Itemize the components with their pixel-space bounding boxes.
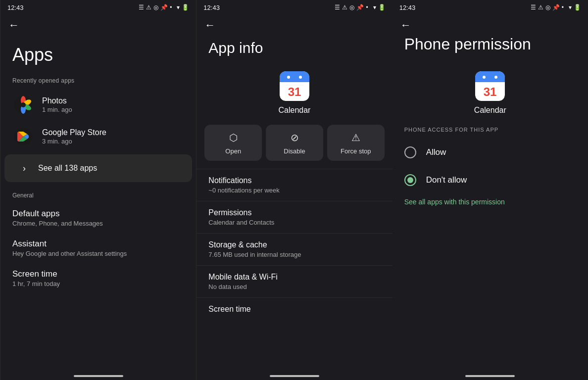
status-time-3: 12:43 (399, 4, 416, 11)
general-label: General (0, 184, 196, 203)
calendar-icon-large: 31 (280, 71, 309, 101)
svg-text:31: 31 (484, 85, 497, 98)
panel-phone-permission: 12:43 ☰ ⚠ ◎ 📌 • ▾ 🔋 ← Phone permission 3… (392, 0, 588, 380)
screen-time-sub: 1 hr, 7 min today (12, 280, 184, 287)
back-button-3[interactable]: ← (400, 19, 411, 32)
dot-icon: • (170, 4, 172, 11)
svg-rect-19 (475, 76, 505, 82)
permissions-section[interactable]: Permissions Calendar and Contacts (196, 201, 392, 233)
play-info: Google Play Store 3 min. ago (42, 128, 184, 145)
app-item-playstore[interactable]: Google Play Store 3 min. ago (0, 121, 196, 152)
app-info-header: 31 Calendar (196, 63, 392, 125)
status-icons-3: ☰ ⚠ ◎ 📌 • ▾ 🔋 (531, 4, 581, 11)
menu-item-default-apps[interactable]: Default apps Chrome, Phone, and Messages (0, 203, 196, 233)
play-sub: 3 min. ago (42, 138, 184, 145)
default-apps-title: Default apps (12, 209, 184, 219)
force-stop-icon: ⚠ (351, 132, 360, 143)
storage-sub: 7.65 MB used in internal storage (208, 251, 380, 258)
screen-time-section[interactable]: Screen time (196, 297, 392, 322)
dont-allow-label: Don't allow (426, 175, 467, 185)
open-button[interactable]: ⬡ Open (204, 125, 262, 161)
screen-time-title: Screen time (12, 269, 184, 279)
back-row-3: ← (392, 14, 588, 35)
cast-icon-2: ◎ (349, 4, 354, 11)
photos-icon (13, 95, 33, 115)
recent-apps-label: Recently opened apps (0, 73, 196, 89)
battery-icon: 🔋 (182, 4, 189, 11)
allow-radio-circle (404, 146, 416, 158)
svg-point-7 (21, 102, 26, 107)
permission-content: Phone permission 31 Calendar PHONE ACCES… (392, 35, 588, 371)
notif-icon-2: ☰ (335, 4, 340, 11)
notifications-section[interactable]: Notifications ~0 notifications per week (196, 169, 392, 201)
permission-header: 31 Calendar (392, 61, 588, 127)
menu-item-screen-time[interactable]: Screen time 1 hr, 7 min today (0, 263, 196, 293)
open-icon: ⬡ (229, 132, 238, 143)
status-bar-1: 12:43 ☰ ⚠ ◎ 📌 • ▾ 🔋 (0, 0, 196, 14)
notification-icon: ☰ (139, 4, 144, 11)
alert-icon: ⚠ (146, 4, 151, 11)
dot-icon-2: • (366, 4, 368, 11)
status-icons-1: ☰ ⚠ ◎ 📌 • ▾ 🔋 (139, 4, 189, 11)
see-all-permission-link[interactable]: See all apps with this permission (392, 194, 588, 210)
status-bar-3: 12:43 ☰ ⚠ ◎ 📌 • ▾ 🔋 (392, 0, 588, 14)
photos-info: Photos 1 min. ago (42, 96, 184, 113)
photos-sub: 1 min. ago (42, 106, 184, 113)
screen-time-section-title: Screen time (208, 305, 380, 314)
battery-icon-3: 🔋 (574, 4, 581, 11)
signal-icon: ◎ (153, 4, 158, 11)
svg-point-14 (287, 76, 290, 79)
calendar-app-name: Calendar (279, 106, 311, 115)
dont-allow-option[interactable]: Don't allow (392, 166, 588, 194)
play-icon-wrap (12, 126, 34, 147)
chevron-right-icon: › (16, 160, 32, 176)
status-time-1: 12:43 (7, 4, 24, 11)
dot-icon-3: • (562, 4, 564, 11)
cast-icon-3: ◎ (545, 4, 550, 11)
permission-page-title: Phone permission (392, 35, 588, 61)
wifi-icon: ▾ (177, 4, 180, 11)
storage-section[interactable]: Storage & cache 7.65 MB used in internal… (196, 233, 392, 265)
open-label: Open (225, 147, 241, 155)
photos-name: Photos (42, 96, 184, 105)
svg-text:31: 31 (288, 85, 301, 98)
status-bar-2: 12:43 ☰ ⚠ ◎ 📌 • ▾ 🔋 (196, 0, 392, 14)
svg-point-22 (494, 76, 497, 79)
apps-title: Apps (0, 35, 196, 73)
disable-label: Disable (284, 147, 305, 155)
play-store-icon (13, 127, 33, 146)
dont-allow-radio-circle (404, 174, 416, 186)
bottom-indicator-1 (74, 375, 123, 377)
storage-title: Storage & cache (208, 240, 380, 249)
menu-item-assistant[interactable]: Assistant Hey Google and other Assistant… (0, 233, 196, 263)
back-button-2[interactable]: ← (204, 19, 215, 32)
allow-label: Allow (426, 147, 446, 157)
back-button-1[interactable]: ← (8, 19, 19, 32)
apps-content: Apps Recently opened apps Photos (0, 35, 196, 371)
calendar-name-permission: Calendar (474, 106, 506, 115)
assistant-title: Assistant (12, 239, 184, 249)
play-name: Google Play Store (42, 128, 184, 137)
mobile-data-section[interactable]: Mobile data & Wi-Fi No data used (196, 265, 392, 297)
svg-point-15 (299, 76, 302, 79)
allow-option[interactable]: Allow (392, 139, 588, 166)
force-stop-button[interactable]: ⚠ Force stop (327, 125, 385, 161)
see-all-row[interactable]: › See all 138 apps (4, 154, 192, 182)
bottom-indicator-2 (270, 375, 319, 377)
see-all-text: See all 138 apps (38, 164, 97, 173)
permissions-title: Permissions (208, 208, 380, 217)
app-info-title: App info (196, 35, 392, 63)
pin-icon-3: 📌 (552, 4, 560, 11)
svg-rect-12 (280, 76, 309, 82)
wifi-icon-2: ▾ (373, 4, 376, 11)
disable-button[interactable]: ⊘ Disable (266, 125, 323, 161)
back-row-1: ← (0, 14, 196, 35)
action-buttons-row: ⬡ Open ⊘ Disable ⚠ Force stop (196, 125, 392, 169)
assistant-sub: Hey Google and other Assistant settings (12, 250, 184, 257)
back-row-2: ← (196, 14, 392, 35)
mobile-data-sub: No data used (208, 283, 380, 290)
alert-icon-3: ⚠ (538, 4, 543, 11)
wifi-icon-3: ▾ (569, 4, 572, 11)
app-item-photos[interactable]: Photos 1 min. ago (0, 89, 196, 121)
panel-apps: 12:43 ☰ ⚠ ◎ 📌 • ▾ 🔋 ← Apps Recently open… (0, 0, 196, 380)
